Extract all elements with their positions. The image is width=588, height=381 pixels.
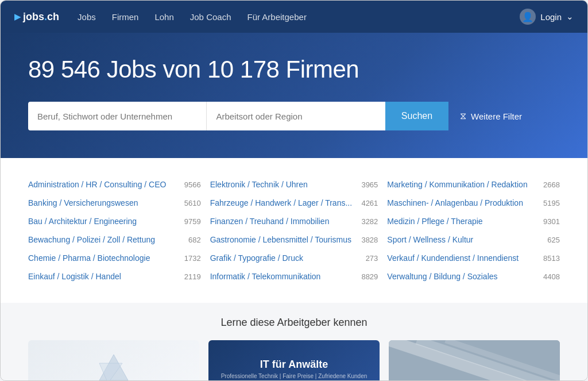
category-count: 682 [180, 236, 201, 244]
nav-link-jobs[interactable]: Jobs [78, 12, 96, 22]
category-link[interactable]: Elektronik / Technik / Uhren [210, 180, 353, 189]
employers-title: Lerne diese Arbeitgeber kennen [28, 317, 560, 329]
list-item: Fahrzeuge / Handwerk / Lager / Trans... … [210, 195, 378, 211]
employer-card-1[interactable] [28, 340, 199, 381]
category-link[interactable]: Verwaltung / Bildung / Soziales [387, 272, 535, 281]
category-count: 2119 [180, 272, 201, 281]
logo-play-icon: ▶ [14, 12, 21, 21]
list-item: Verwaltung / Bildung / Soziales 4408 [387, 268, 560, 284]
nav-link-job-coach[interactable]: Job Coach [190, 12, 231, 22]
navbar: ▶jobs.ch Jobs Firmen Lohn Job Coach Für … [1, 1, 587, 33]
list-item: Sport / Wellness / Kultur 625 [387, 232, 560, 248]
employer-card-3[interactable] [389, 340, 560, 381]
search-bar: Suchen ⧖ Weitere Filter [28, 102, 522, 130]
category-link[interactable]: Medizin / Pflege / Therapie [387, 217, 535, 226]
hero-section: 89 546 Jobs von 10 178 Firmen Suchen ⧖ W… [1, 33, 587, 158]
nav-link-lohn[interactable]: Lohn [154, 12, 173, 22]
category-count: 9301 [539, 217, 560, 226]
category-link[interactable]: Banking / Versicherungswesen [28, 198, 176, 207]
list-item: Verkauf / Kundendienst / Innendienst 851… [387, 250, 560, 266]
category-count: 8513 [539, 254, 560, 263]
list-item: Elektronik / Technik / Uhren 3965 [210, 176, 378, 193]
category-count: 2668 [539, 180, 560, 189]
list-item: Chemie / Pharma / Biotechnologie 1732 [28, 250, 201, 266]
list-item: Banking / Versicherungswesen 5610 [28, 195, 201, 211]
category-count: 9566 [180, 180, 201, 189]
list-item: Finanzen / Treuhand / Immobilien 3282 [210, 213, 378, 229]
employer-card-2-title: IT für Anwälte [260, 359, 328, 371]
category-count: 273 [357, 254, 378, 263]
category-column-1: Administration / HR / Consulting / CEO 9… [28, 176, 206, 284]
category-count: 3965 [357, 180, 378, 189]
chevron-down-icon: ⌄ [566, 11, 574, 22]
employer-card-2-subtitle: Professionelle Technik | Faire Preise | … [221, 373, 368, 379]
category-link[interactable]: Maschinen- / Anlagenbau / Produktion [387, 198, 535, 207]
login-label: Login [540, 12, 562, 22]
category-count: 8829 [357, 272, 378, 281]
category-count: 625 [539, 236, 560, 244]
category-count: 4261 [357, 199, 378, 207]
category-link[interactable]: Grafik / Typografie / Druck [210, 253, 353, 263]
category-link[interactable]: Informatik / Telekommunikation [210, 272, 353, 281]
category-count: 3828 [357, 236, 378, 244]
search-button[interactable]: Suchen [385, 102, 448, 130]
list-item: Grafik / Typografie / Druck 273 [210, 250, 378, 266]
search-input-location[interactable] [207, 102, 385, 130]
nav-links: Jobs Firmen Lohn Job Coach Für Arbeitgeb… [78, 12, 520, 22]
category-link[interactable]: Gastronomie / Lebensmittel / Tourismus [210, 235, 353, 244]
category-count: 3282 [357, 217, 378, 226]
avatar-icon: 👤 [520, 9, 536, 25]
category-link[interactable]: Finanzen / Treuhand / Immobilien [210, 217, 353, 226]
employer-card-2[interactable]: IT für Anwälte Professionelle Technik | … [208, 340, 380, 381]
list-item: Einkauf / Logistik / Handel 2119 [28, 268, 201, 284]
category-link[interactable]: Bewachung / Polizei / Zoll / Rettung [28, 235, 176, 244]
category-link[interactable]: Sport / Wellness / Kultur [387, 235, 535, 244]
category-link[interactable]: Fahrzeuge / Handwerk / Lager / Trans... [210, 198, 353, 207]
category-count: 4408 [539, 272, 560, 281]
list-item: Gastronomie / Lebensmittel / Tourismus 3… [210, 232, 378, 248]
categories-grid: Administration / HR / Consulting / CEO 9… [28, 176, 560, 284]
search-input-keyword[interactable] [28, 102, 207, 130]
list-item: Bau / Architektur / Engineering 9759 [28, 213, 201, 229]
logo[interactable]: ▶jobs.ch [14, 11, 59, 23]
employer-card-3-image [389, 340, 560, 381]
list-item: Marketing / Kommunikation / Redaktion 26… [387, 176, 560, 193]
list-item: Maschinen- / Anlagenbau / Produktion 519… [387, 195, 560, 211]
logo-jobs: jobs [23, 11, 44, 23]
employer-card-1-image [96, 352, 131, 381]
category-link[interactable]: Chemie / Pharma / Biotechnologie [28, 253, 176, 263]
employer-cards: IT für Anwälte Professionelle Technik | … [28, 340, 560, 381]
nav-link-fur-arbeitgeber[interactable]: Für Arbeitgeber [247, 12, 307, 22]
employers-section: Lerne diese Arbeitgeber kennen IT für An… [1, 303, 587, 381]
hero-title: 89 546 Jobs von 10 178 Firmen [28, 56, 560, 83]
list-item: Administration / HR / Consulting / CEO 9… [28, 176, 201, 193]
category-link[interactable]: Bau / Architektur / Engineering [28, 217, 176, 226]
logo-ch: ch [47, 11, 59, 23]
category-link[interactable]: Verkauf / Kundendienst / Innendienst [387, 253, 535, 263]
category-link[interactable]: Administration / HR / Consulting / CEO [28, 180, 176, 189]
category-link[interactable]: Marketing / Kommunikation / Redaktion [387, 180, 535, 189]
filter-icon: ⧖ [460, 111, 466, 121]
filter-button[interactable]: ⧖ Weitere Filter [460, 111, 522, 121]
login-button[interactable]: 👤 Login ⌄ [520, 9, 574, 25]
list-item: Informatik / Telekommunikation 8829 [210, 268, 378, 284]
nav-link-firmen[interactable]: Firmen [112, 12, 139, 22]
category-count: 9759 [180, 217, 201, 226]
category-link[interactable]: Einkauf / Logistik / Handel [28, 272, 176, 281]
category-column-3: Marketing / Kommunikation / Redaktion 26… [382, 176, 560, 284]
category-count: 1732 [180, 254, 201, 263]
category-count: 5610 [180, 199, 201, 207]
category-column-2: Elektronik / Technik / Uhren 3965 Fahrze… [206, 176, 383, 284]
filter-label: Weitere Filter [471, 111, 522, 121]
list-item: Bewachung / Polizei / Zoll / Rettung 682 [28, 232, 201, 248]
list-item: Medizin / Pflege / Therapie 9301 [387, 213, 560, 229]
category-count: 5195 [539, 199, 560, 207]
categories-section: Administration / HR / Consulting / CEO 9… [1, 158, 587, 303]
